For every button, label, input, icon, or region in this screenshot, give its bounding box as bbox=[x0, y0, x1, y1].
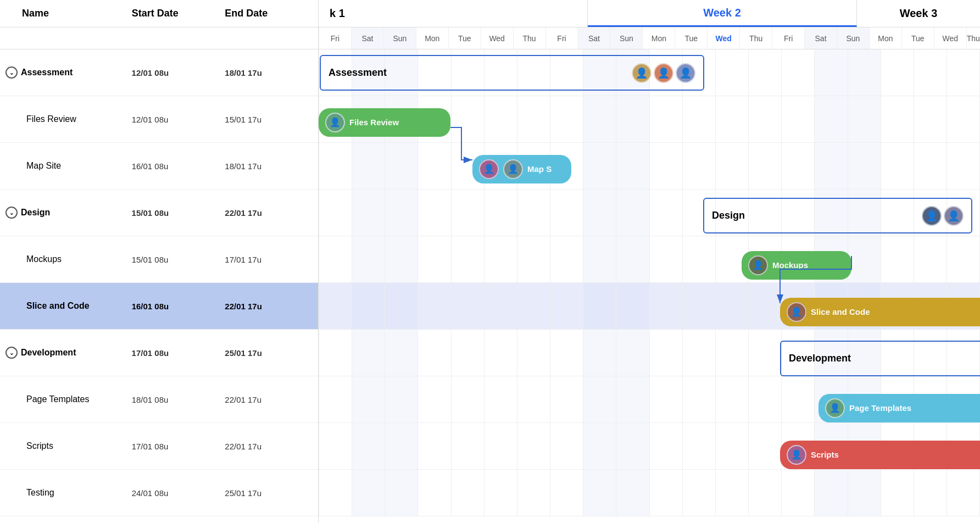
bar-assessment-outline[interactable]: Assessment 👤 👤 👤 bbox=[320, 52, 704, 93]
map-site-bar-label: Map S bbox=[527, 164, 552, 174]
day-sun-w3: Sun bbox=[837, 27, 869, 49]
bar-page-templates[interactable]: 👤 Page Templates bbox=[818, 385, 980, 431]
day-sun-w1: Sun bbox=[383, 27, 416, 49]
bar-slice-and-code[interactable]: 👤 Slice and Code bbox=[780, 288, 980, 335]
day-fri-w3: Fri bbox=[772, 27, 804, 49]
avatar-design-1: 👤 bbox=[922, 206, 942, 226]
avatar-assessment-3: 👤 bbox=[676, 63, 695, 83]
row-development[interactable]: ⌄ Development 17/01 08u 25/01 17u bbox=[0, 330, 318, 376]
column-headers: Name Start Date End Date bbox=[0, 0, 318, 27]
row-files-review[interactable]: Files Review 12/01 08u 15/01 17u bbox=[0, 96, 318, 143]
day-tue-w3: Tue bbox=[901, 27, 934, 49]
row-testing[interactable]: Testing 24/01 08u 25/01 17u bbox=[0, 470, 318, 516]
map-site-end: 18/01 17u bbox=[225, 162, 318, 171]
day-wed-w1: Wed bbox=[481, 27, 513, 49]
mockups-name: Mockups bbox=[0, 254, 132, 264]
assessment-end: 18/01 17u bbox=[225, 68, 318, 77]
avatar-map-site-1: 👤 bbox=[479, 159, 499, 179]
gantt-body: Assessment 👤 👤 👤 👤 Files Review bbox=[319, 49, 980, 516]
week2-header: Week 2 bbox=[588, 0, 857, 27]
week3-header: Week 3 bbox=[857, 0, 980, 27]
row-mockups[interactable]: Mockups 15/01 08u 17/01 17u bbox=[0, 236, 318, 283]
day-sat-w1: Sat bbox=[351, 27, 383, 49]
scripts-name: Scripts bbox=[0, 441, 132, 451]
avatar-design-2: 👤 bbox=[944, 206, 964, 226]
mockups-start: 15/01 08u bbox=[132, 255, 225, 264]
slice-and-code-start: 16/01 08u bbox=[132, 302, 225, 311]
day-mon-w2: Mon bbox=[642, 27, 675, 49]
day-mon-w3: Mon bbox=[869, 27, 901, 49]
avatar-page-templates: 👤 bbox=[825, 398, 845, 418]
scripts-start: 17/01 08u bbox=[132, 442, 225, 451]
design-bar-label: Design bbox=[712, 210, 745, 221]
avatar-mockups: 👤 bbox=[748, 255, 768, 275]
day-thu-w2: Thu bbox=[739, 27, 772, 49]
files-review-end: 15/01 17u bbox=[225, 115, 318, 124]
mockups-end: 17/01 17u bbox=[225, 255, 318, 264]
assessment-name: ⌄ Assessment bbox=[0, 66, 132, 79]
page-templates-bar-label: Page Templates bbox=[849, 403, 911, 413]
development-bar-label: Development bbox=[789, 353, 851, 364]
design-name: ⌄ Design bbox=[0, 207, 132, 219]
page-templates-start: 18/01 08u bbox=[132, 395, 225, 404]
files-review-start: 12/01 08u bbox=[132, 115, 225, 124]
page-templates-name: Page Templates bbox=[0, 394, 132, 404]
testing-name: Testing bbox=[0, 488, 132, 498]
assessment-bar-label: Assessment bbox=[328, 67, 387, 79]
day-thu-w3: Thu bbox=[966, 27, 980, 49]
bar-files-review[interactable]: 👤 Files Review bbox=[319, 99, 450, 146]
day-wed-w3: Wed bbox=[934, 27, 966, 49]
gantt-bg-row-4 bbox=[319, 236, 980, 283]
testing-end: 25/01 17u bbox=[225, 488, 318, 498]
avatar-files-review: 👤 bbox=[325, 113, 345, 132]
day-sat-w3: Sat bbox=[804, 27, 837, 49]
row-scripts[interactable]: Scripts 17/01 08u 22/01 17u bbox=[0, 423, 318, 470]
bar-map-site[interactable]: 👤 👤 Map S bbox=[472, 146, 571, 192]
chevron-assessment[interactable]: ⌄ bbox=[5, 66, 18, 79]
files-review-name: Files Review bbox=[0, 114, 132, 124]
gantt-container: Name Start Date End Date ⌄ Assessment 12… bbox=[0, 0, 980, 523]
page-templates-end: 22/01 17u bbox=[225, 395, 318, 404]
avatar-assessment-1: 👤 bbox=[632, 63, 652, 83]
day-tue-w2: Tue bbox=[675, 27, 707, 49]
end-date-column-header: End Date bbox=[225, 8, 318, 19]
chevron-development[interactable]: ⌄ bbox=[5, 347, 18, 359]
row-map-site[interactable]: Map Site 16/01 08u 18/01 17u bbox=[0, 143, 318, 190]
left-panel: Name Start Date End Date ⌄ Assessment 12… bbox=[0, 0, 319, 523]
design-end: 22/01 17u bbox=[225, 208, 318, 218]
testing-start: 24/01 08u bbox=[132, 488, 225, 498]
assessment-start: 12/01 08u bbox=[132, 68, 225, 77]
chevron-design[interactable]: ⌄ bbox=[5, 207, 18, 219]
avatar-slice-and-code: 👤 bbox=[787, 302, 806, 322]
mockups-bar-label: Mockups bbox=[772, 260, 808, 270]
avatar-assessment-2: 👤 bbox=[654, 63, 673, 83]
day-fri-w2: Fri bbox=[545, 27, 578, 49]
avatar-map-site-2: 👤 bbox=[503, 159, 523, 179]
files-review-bar-label: Files Review bbox=[349, 118, 399, 127]
day-tue-w1: Tue bbox=[448, 27, 481, 49]
avatar-scripts: 👤 bbox=[787, 445, 806, 465]
row-assessment[interactable]: ⌄ Assessment 12/01 08u 18/01 17u bbox=[0, 49, 318, 96]
bar-mockups[interactable]: 👤 Mockups bbox=[742, 242, 851, 288]
map-site-start: 16/01 08u bbox=[132, 162, 225, 171]
slice-and-code-end: 22/01 17u bbox=[225, 302, 318, 311]
development-end: 25/01 17u bbox=[225, 348, 318, 358]
bar-scripts[interactable]: 👤 Scripts bbox=[780, 431, 980, 478]
map-site-name: Map Site bbox=[0, 161, 132, 171]
day-sat-w2: Sat bbox=[578, 27, 610, 49]
development-start: 17/01 08u bbox=[132, 348, 225, 358]
day-wed-w2: Wed bbox=[707, 27, 739, 49]
row-page-templates[interactable]: Page Templates 18/01 08u 22/01 17u bbox=[0, 376, 318, 423]
row-design[interactable]: ⌄ Design 15/01 08u 22/01 17u bbox=[0, 190, 318, 236]
day-thu-w1: Thu bbox=[513, 27, 545, 49]
day-headers: Fri Sat Sun Mon Tue Wed Thu Fri Sat Sun … bbox=[319, 27, 980, 49]
slice-code-bar-label: Slice and Code bbox=[811, 307, 870, 316]
gantt-bg-row-2 bbox=[319, 143, 980, 190]
scripts-bar-label: Scripts bbox=[811, 450, 839, 459]
start-date-column-header: Start Date bbox=[132, 8, 225, 19]
slice-and-code-name: Slice and Code bbox=[0, 301, 132, 311]
week1-header: k 1 bbox=[319, 0, 588, 27]
row-slice-and-code[interactable]: Slice and Code 16/01 08u 22/01 17u bbox=[0, 283, 318, 330]
bar-design-outline[interactable]: Design 👤 👤 bbox=[703, 192, 972, 239]
bar-development-outline[interactable]: Development 👤 👤 👤 bbox=[780, 335, 980, 382]
